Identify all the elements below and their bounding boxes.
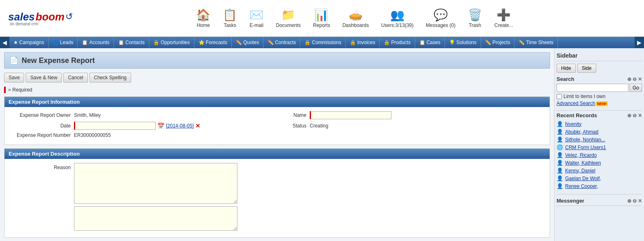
sidebar-item-forecasts[interactable]: ⭐Forecasts <box>195 37 232 48</box>
contracts-icon: ✏️ <box>268 40 274 45</box>
list-item[interactable]: 👤 Velez, Ricardo <box>557 151 642 159</box>
gaelan-link[interactable]: Gaelan De Wolf, <box>565 176 601 181</box>
nav-right-arrow[interactable]: ▶ <box>635 37 644 48</box>
nvenity-link[interactable]: Nvenity <box>565 121 581 127</box>
messenger-expand-icon[interactable]: ⊕ <box>627 198 631 204</box>
nav-opportunities-label: Opportunities <box>161 40 190 45</box>
save-new-button[interactable]: Save & New <box>26 73 62 83</box>
messenger-collapse-icon[interactable]: ⊖ <box>633 198 637 204</box>
limit-checkbox[interactable] <box>557 94 562 99</box>
recent-collapse-icon[interactable]: ⊖ <box>633 113 637 118</box>
nav-dashboards[interactable]: 🥧 Dashboards <box>342 8 369 28</box>
date-default-link[interactable]: [2014-08-05] <box>166 123 194 129</box>
list-item[interactable]: 👤 Sithole, Nonhlan... <box>557 136 642 143</box>
search-input[interactable] <box>557 84 628 92</box>
sidebar-item-contacts[interactable]: 📋Contacts <box>114 37 149 48</box>
sidebar-item-projects[interactable]: ✏️Projects <box>481 37 514 48</box>
sidebar-item-cases[interactable]: 📋Cases <box>415 37 445 48</box>
accounts-icon: 📋 <box>82 40 88 45</box>
messenger-title-label: Messenger <box>557 198 584 204</box>
list-item[interactable]: 👤 Gaelan De Wolf, <box>557 174 642 182</box>
date-clear-icon[interactable]: ✕ <box>195 123 200 129</box>
list-item[interactable]: 🌐 CRM Form Users1 <box>557 143 642 151</box>
search-expand-icon[interactable]: ⊕ <box>627 76 631 82</box>
number-label: Expense Report Number <box>9 132 74 138</box>
renee-icon: 👤 <box>557 183 563 189</box>
recent-close-icon[interactable]: ✕ <box>638 113 642 118</box>
sidebar-item-invoices[interactable]: 🔒Invoices <box>346 37 380 48</box>
kenny-link[interactable]: Kenny, Daniel <box>565 168 595 174</box>
search-close-icon[interactable]: ✕ <box>638 76 642 82</box>
sidebar-item-leads[interactable]: 👤Leads <box>49 37 78 48</box>
limit-label: Limit to items I own <box>564 94 606 99</box>
page-header: 📄 New Expense Report <box>4 52 550 69</box>
sidebar-side-button[interactable]: Side <box>577 64 596 73</box>
sidebar-item-campaigns[interactable]: ★Campaigns <box>9 37 49 48</box>
check-spelling-button[interactable]: Check Spelling <box>89 73 131 83</box>
renee-link[interactable]: Renee Cooper, <box>565 183 598 189</box>
messenger-close-icon[interactable]: ✕ <box>638 198 642 204</box>
sidebar-hide-button[interactable]: Hide <box>557 64 576 73</box>
kenny-icon: 👤 <box>557 167 563 174</box>
nav-messages[interactable]: 💬 Messages (0) <box>426 8 456 28</box>
save-button[interactable]: Save <box>4 73 24 83</box>
logo: salesboom↺ on demand crm <box>8 11 74 26</box>
required-bar <box>4 87 6 93</box>
search-row: Go <box>557 84 642 92</box>
nav-reports[interactable]: 📊 Reports <box>313 8 330 28</box>
walter-icon: 👤 <box>557 160 563 166</box>
nav-left-arrow[interactable]: ◀ <box>0 37 9 48</box>
velez-link[interactable]: Velez, Ricardo <box>565 152 597 158</box>
list-item[interactable]: 👤 Abubkr, Ahmad <box>557 128 642 136</box>
sithole-link[interactable]: Sithole, Nonhlan... <box>565 137 605 143</box>
walter-link[interactable]: Walter, Kathleen <box>565 160 601 166</box>
calendar-icon[interactable]: 📅 <box>157 123 164 129</box>
sidebar-item-solutions[interactable]: 💡Solutions <box>445 37 481 48</box>
crmform-link[interactable]: CRM Form Users1 <box>565 145 606 150</box>
list-item[interactable]: 👤 Nvenity <box>557 120 642 128</box>
sidebar-item-commissions[interactable]: 🔒Commissions <box>300 37 346 48</box>
search-collapse-icon[interactable]: ⊖ <box>633 76 637 82</box>
cases-icon: 📋 <box>419 40 425 45</box>
reason-textarea[interactable] <box>74 163 237 204</box>
sidebar-item-quotes[interactable]: ✏️Quotes <box>232 37 264 48</box>
extra-textarea[interactable] <box>74 206 237 231</box>
nav-create[interactable]: ➕ Create... <box>494 8 513 28</box>
recent-expand-icon[interactable]: ⊕ <box>627 113 631 118</box>
nav-invoices-label: Invoices <box>357 40 375 45</box>
messenger-section: Messenger ⊕ ⊖ ✕ <box>557 196 642 206</box>
sidebar-item-opportunities[interactable]: 🔒Opportunities <box>149 37 194 48</box>
sidebar-item-timesheets[interactable]: ✏️Time Sheets <box>514 37 558 48</box>
list-item[interactable]: 👤 Kenny, Daniel <box>557 167 642 174</box>
nav-home[interactable]: 🏠 Home <box>196 8 210 28</box>
nav-trash[interactable]: 🗑️ Trash <box>468 8 482 28</box>
sithole-icon: 👤 <box>557 136 563 143</box>
date-input[interactable] <box>74 122 156 130</box>
sidebar-separator-1 <box>557 110 642 111</box>
forecasts-icon: ⭐ <box>199 40 205 45</box>
sidebar-title: Sidebar <box>557 50 642 61</box>
abubkr-link[interactable]: Abubkr, Ahmad <box>565 129 598 135</box>
nav-timesheets-label: Time Sheets <box>526 40 553 45</box>
date-field-value: 📅 [2014-08-05] ✕ <box>74 122 277 130</box>
name-label: Name <box>277 112 310 118</box>
sidebar-item-contracts[interactable]: ✏️Contracts <box>264 37 300 48</box>
nav-email[interactable]: ✉️ E-mail <box>249 8 264 28</box>
desc-section-header: Expense Report Description <box>4 149 550 159</box>
name-input[interactable] <box>310 111 391 119</box>
nav-users[interactable]: 👥 Users:3/13(39) <box>381 8 414 28</box>
search-go-button[interactable]: Go <box>630 84 642 92</box>
sidebar-item-products[interactable]: 🔒Products <box>380 37 415 48</box>
recent-records-section: Recent Records ⊕ ⊖ ✕ 👤 Nvenity 👤 Abubkr,… <box>557 112 642 190</box>
nav-dashboards-label: Dashboards <box>342 22 369 28</box>
sidebar-item-accounts[interactable]: 📋Accounts <box>78 37 114 48</box>
nav-tasks[interactable]: 📋 Tasks <box>223 8 237 28</box>
nav-accounts-label: Accounts <box>89 40 109 45</box>
nav-home-label: Home <box>197 22 210 28</box>
required-label: = Required <box>8 87 32 93</box>
cancel-button[interactable]: Cancel <box>63 73 87 83</box>
list-item[interactable]: 👤 Renee Cooper, <box>557 182 642 190</box>
list-item[interactable]: 👤 Walter, Kathleen <box>557 159 642 167</box>
advanced-search-link[interactable]: Advanced Search <box>557 100 595 106</box>
nav-documents[interactable]: 📁 Documents <box>276 8 301 28</box>
